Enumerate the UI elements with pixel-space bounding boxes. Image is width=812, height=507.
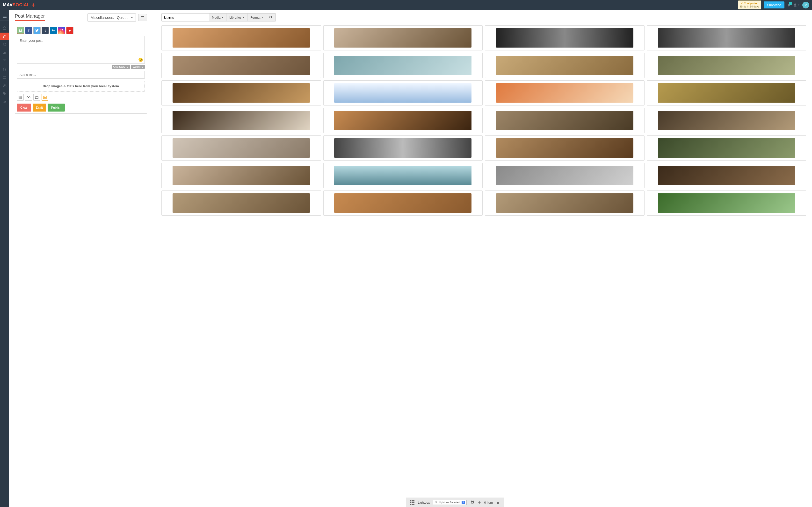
format-filter[interactable]: Format▼ (248, 13, 266, 21)
svg-point-24 (270, 16, 272, 18)
media-thumbnail[interactable] (161, 190, 321, 216)
profile-select[interactable]: Miscellaneous - Quic ... ▼ (88, 13, 136, 22)
media-thumbnail[interactable] (323, 25, 483, 50)
calendar-view-button[interactable] (138, 14, 147, 21)
grid-view-icon[interactable] (410, 500, 414, 505)
media-thumbnail[interactable] (161, 135, 321, 161)
network-linkedin[interactable]: in (50, 27, 57, 34)
media-thumbnail[interactable] (161, 25, 321, 50)
sidebar-team[interactable] (0, 98, 9, 106)
svg-point-14 (4, 101, 5, 102)
media-thumbnail[interactable] (161, 163, 321, 188)
header-left: MAVSOCIAL (3, 2, 36, 8)
lightbox-settings-button[interactable] (470, 500, 474, 505)
network-mavsocial[interactable]: M (17, 27, 24, 34)
network-youtube[interactable]: ▶ (66, 27, 73, 34)
publish-button[interactable]: Publish (48, 104, 65, 112)
lightbox-add-button[interactable]: + (478, 499, 481, 506)
instagram-icon (60, 29, 63, 32)
media-thumbnail[interactable] (323, 163, 483, 188)
media-thumbnail[interactable] (323, 108, 483, 133)
user-icon (793, 3, 797, 7)
sidebar-home[interactable] (0, 24, 9, 32)
media-thumbnail[interactable] (161, 80, 321, 106)
sidebar-tags[interactable] (0, 90, 9, 97)
chevron-down-icon: ▼ (261, 16, 263, 18)
lightbox-footer: Lightbox No Lightbox Selected⇅ + 0 item (406, 498, 504, 507)
subscribe-button[interactable]: Subscribe (764, 1, 784, 8)
draft-button[interactable]: Draft (33, 104, 46, 112)
media-thumbnail[interactable] (323, 80, 483, 106)
lightbox-select[interactable]: No Lightbox Selected⇅ (433, 500, 467, 505)
sidebar-library[interactable] (0, 74, 9, 81)
chevron-down-icon: ▼ (242, 16, 244, 18)
media-thumbnail[interactable] (485, 53, 645, 78)
media-thumbnail[interactable] (485, 108, 645, 133)
libraries-filter[interactable]: Libraries▼ (226, 13, 248, 21)
media-thumbnail[interactable] (647, 163, 806, 188)
lightbox-expand-button[interactable] (496, 501, 500, 504)
svg-marker-2 (33, 5, 34, 7)
sidebar-rss[interactable] (0, 82, 9, 89)
link-input[interactable] (17, 71, 145, 79)
chevron-down-icon: ▼ (798, 4, 800, 6)
user-menu[interactable]: ▼ (793, 3, 800, 7)
post-textarea[interactable] (17, 36, 145, 63)
lightbox-count: 0 item (484, 501, 493, 504)
media-thumbnail[interactable] (161, 53, 321, 78)
svg-point-18 (61, 30, 62, 31)
sidebar-target[interactable] (0, 41, 9, 48)
image-search-button[interactable] (42, 94, 48, 101)
media-thumbnail[interactable] (647, 135, 806, 161)
media-search-bar: Media▼ Libraries▼ Format▼ (161, 13, 806, 21)
notif-count-badge: 0 (789, 2, 792, 5)
media-thumbnail[interactable] (323, 190, 483, 216)
logo-star-icon (31, 2, 36, 8)
upload-button[interactable] (25, 94, 32, 101)
media-thumbnail[interactable] (647, 108, 806, 133)
media-thumbnail[interactable] (647, 190, 806, 216)
svg-rect-21 (35, 97, 38, 99)
clear-button[interactable]: Clear (17, 104, 31, 112)
svg-rect-7 (4, 52, 5, 54)
media-thumbnail[interactable] (485, 135, 645, 161)
media-thumbnail[interactable] (323, 135, 483, 161)
media-thumbnail[interactable] (485, 163, 645, 188)
media-thumbnail[interactable] (647, 53, 806, 78)
calendar-icon (140, 16, 145, 19)
sidebar-compose[interactable] (0, 33, 9, 40)
media-thumbnail[interactable] (323, 53, 483, 78)
left-sidebar (0, 10, 9, 507)
media-search-input[interactable] (161, 13, 209, 21)
emoji-picker-button[interactable]: 🙂 (138, 57, 143, 62)
media-filter[interactable]: Media▼ (209, 13, 226, 21)
help-button[interactable]: ? (802, 2, 809, 8)
media-thumbnail[interactable] (161, 108, 321, 133)
media-thumbnail[interactable] (647, 25, 806, 50)
hamburger-icon (3, 15, 6, 18)
sidebar-analytics[interactable] (0, 49, 9, 56)
notifications-button[interactable]: 0 (787, 3, 791, 7)
library-button[interactable] (33, 94, 40, 101)
double-chevron-up-icon (496, 501, 500, 504)
sidebar-toggle[interactable] (0, 12, 9, 20)
schedule-button[interactable] (17, 94, 24, 101)
network-instagram[interactable] (58, 27, 65, 34)
sidebar-listen[interactable] (0, 65, 9, 73)
media-thumbnail[interactable] (647, 80, 806, 106)
media-grid (161, 25, 806, 230)
network-tumblr[interactable]: t (42, 27, 49, 34)
svg-marker-0 (33, 3, 34, 5)
image-dropzone[interactable]: Drop Images & GIFs here from your local … (17, 80, 145, 92)
search-submit-button[interactable] (266, 13, 276, 21)
chart-icon (3, 51, 6, 55)
network-facebook[interactable]: f (25, 27, 33, 34)
network-twitter[interactable] (33, 27, 41, 34)
sidebar-inbox[interactable] (0, 57, 9, 64)
media-thumbnail[interactable] (485, 190, 645, 216)
svg-rect-10 (3, 69, 4, 70)
search-icon (269, 16, 272, 19)
logo[interactable]: MAVSOCIAL (3, 2, 36, 8)
media-thumbnail[interactable] (485, 80, 645, 106)
media-thumbnail[interactable] (485, 25, 645, 50)
